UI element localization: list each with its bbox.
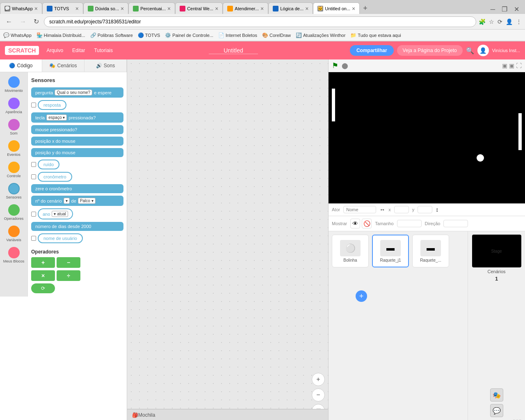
stop-button[interactable]: ⬤ — [342, 62, 348, 69]
stage-fullscreen-button[interactable]: ⛶ — [516, 62, 522, 69]
stage-scene-button[interactable]: 💬 — [490, 404, 503, 417]
tecla-dropdown[interactable]: espaço ▾ — [46, 114, 67, 121]
resposta-checkbox[interactable] — [31, 103, 36, 107]
bookmark-atualizacoes[interactable]: 🔄 Atualizações Winthor — [296, 32, 345, 38]
tab-sons[interactable]: 🔊 Sons — [84, 59, 127, 72]
tab-totvs[interactable]: TOTVS × — [42, 2, 83, 14]
block-zere-cronometro[interactable]: zere o cronômetro — [31, 184, 123, 193]
tab-logica[interactable]: Lógica de... × — [268, 2, 313, 14]
block-ano[interactable]: ano ▾ atual — [38, 208, 73, 219]
account-icon[interactable]: 👤 — [506, 18, 513, 25]
stage-add-button[interactable]: 🎭 — [490, 388, 503, 402]
block-cronometro[interactable]: cronômetro — [38, 172, 72, 182]
share-button[interactable]: Compartilhar — [350, 45, 394, 56]
tab-duvida[interactable]: Dúvida so... × — [83, 2, 128, 14]
tab-close-totvs[interactable]: × — [75, 6, 79, 11]
scripting-canvas[interactable] — [127, 59, 328, 420]
forward-button[interactable]: → — [17, 17, 29, 26]
block-random[interactable]: ⟳ — [31, 283, 55, 293]
search-icon[interactable]: 🔍 — [466, 47, 474, 55]
minimize-button[interactable]: ─ — [488, 5, 498, 14]
reload-button[interactable]: ↻ — [31, 17, 41, 26]
ruido-checkbox[interactable] — [31, 162, 36, 167]
sprite-raquete-j2[interactable]: ▬ Raquete_... — [412, 235, 449, 267]
zoom-in-button[interactable]: + — [312, 373, 325, 386]
tab-untitled[interactable]: 🐱 Untitled on... × — [313, 2, 360, 14]
block-resposta[interactable]: resposta — [38, 100, 66, 110]
nav-arquivo[interactable]: Arquivo — [42, 46, 67, 55]
tab-whatsapp[interactable]: 💬 WhatsApp × — [0, 2, 42, 14]
project-title-input[interactable] — [209, 47, 258, 54]
block-tecla-pressionada[interactable]: tecla espaço ▾ pressionada? — [31, 112, 123, 123]
block-numero-dias[interactable]: número de dias desde 2000 — [31, 222, 123, 231]
hide-button[interactable]: 🚫 — [362, 219, 372, 228]
settings-icon[interactable]: ⋮ — [516, 18, 522, 25]
new-tab-button[interactable]: + — [360, 2, 371, 14]
extensions-icon[interactable]: 🧩 — [479, 18, 486, 25]
block-pergunta[interactable]: pergunta Qual o seu nome? e espere — [31, 87, 123, 98]
stage-canvas[interactable] — [329, 72, 525, 203]
tab-central[interactable]: Central We... × — [175, 2, 223, 14]
block-subtract[interactable]: − — [57, 257, 80, 268]
sprite-x-input[interactable] — [394, 206, 409, 213]
sprite-y-input[interactable] — [418, 206, 432, 213]
user-avatar[interactable]: 👤 — [477, 45, 489, 56]
restore-button[interactable]: ❐ — [499, 5, 510, 14]
block-divide[interactable]: ÷ — [57, 270, 80, 281]
direcao-input[interactable] — [443, 220, 468, 227]
tab-close-central[interactable]: × — [215, 6, 218, 11]
stage-mini-preview[interactable]: Stage — [472, 235, 521, 267]
bookmark-totvs[interactable]: 🔵 TOTVS — [138, 32, 160, 38]
stage-normal-button[interactable]: ▣ — [509, 62, 514, 69]
show-button[interactable]: 👁 — [350, 219, 360, 228]
tab-close-atendimento[interactable]: × — [260, 6, 264, 11]
tab-close-logica[interactable]: × — [305, 6, 308, 11]
bookmark-himalaia[interactable]: 🏪 Himalaia Distribuid... — [37, 32, 85, 38]
back-button[interactable]: ← — [3, 17, 15, 26]
category-controle[interactable]: Controle — [0, 160, 27, 180]
sprite-bolinha[interactable]: ⚪ Bolinha — [332, 235, 369, 267]
tamanho-input[interactable] — [397, 220, 422, 227]
close-window-button[interactable]: ✕ — [511, 5, 522, 14]
bookmark-tudo[interactable]: 📁 Tudo que estava aqui — [350, 32, 401, 38]
tab-close-whatsapp[interactable]: × — [34, 6, 38, 11]
scratch-logo[interactable]: SCRATCH — [5, 46, 39, 55]
tab-cenarios[interactable]: 🎭 Cenários — [42, 59, 84, 72]
category-som[interactable]: Som — [0, 117, 27, 137]
nav-editar[interactable]: Editar — [68, 46, 89, 55]
category-aparencia[interactable]: Aparência — [0, 96, 27, 116]
block-posicao-y[interactable]: posição y do mouse — [31, 148, 123, 157]
view-project-button[interactable]: Veja a Página do Projeto — [397, 45, 463, 56]
category-variaveis[interactable]: Variáveis — [0, 224, 27, 244]
address-bar[interactable] — [44, 16, 476, 27]
block-nr-cenario[interactable]: nº do cenário ▾ de Palco ▾ — [31, 196, 123, 206]
category-meus-blocos[interactable]: Meus Blocos — [0, 245, 27, 265]
block-add[interactable]: + — [31, 257, 55, 268]
block-posicao-x[interactable]: posição x do mouse — [31, 137, 123, 146]
tab-close-percentual[interactable]: × — [167, 6, 171, 11]
ano-dropdown[interactable]: ▾ atual — [52, 211, 68, 217]
nr-cenario-palco-dropdown[interactable]: Palco ▾ — [78, 198, 96, 204]
ano-checkbox[interactable] — [31, 212, 36, 217]
nr-cenario-dropdown[interactable]: ▾ — [64, 198, 70, 204]
tab-percentual[interactable]: Percentuai... × — [128, 2, 175, 14]
tab-close-duvida[interactable]: × — [121, 6, 124, 11]
block-mouse-pressionado[interactable]: mouse pressionado? — [31, 125, 123, 134]
block-pergunta-input[interactable]: Qual o seu nome? — [55, 89, 92, 96]
stage-small-button[interactable]: ▣ — [502, 62, 507, 69]
nome-usuario-checkbox[interactable] — [31, 236, 36, 241]
tab-codigo[interactable]: 🔵 Código — [0, 59, 42, 72]
category-sensores[interactable]: Sensores — [0, 181, 27, 201]
tab-atendimento[interactable]: Atendimer... × — [223, 2, 268, 14]
sync-icon[interactable]: ⟳ — [498, 18, 502, 25]
green-flag-button[interactable]: ⚑ — [332, 61, 338, 70]
scripting-area[interactable]: + − ⊡ 🎒 Mochila — [127, 59, 328, 420]
zoom-out-button[interactable]: − — [312, 388, 325, 402]
username-label[interactable]: Vinícius Inst... — [492, 48, 520, 53]
bookmark-polibras[interactable]: 🔗 Polibras Software — [90, 32, 133, 38]
category-eventos[interactable]: Eventos — [0, 139, 27, 158]
bookmark-boletos[interactable]: 📄 Internet Boletos — [218, 32, 257, 38]
cronometro-checkbox[interactable] — [31, 174, 36, 179]
bookmark-coreldraw[interactable]: 🎨 CorelDraw — [262, 32, 291, 38]
bookmark-whatsapp[interactable]: 💬 WhatsApp — [3, 32, 32, 38]
